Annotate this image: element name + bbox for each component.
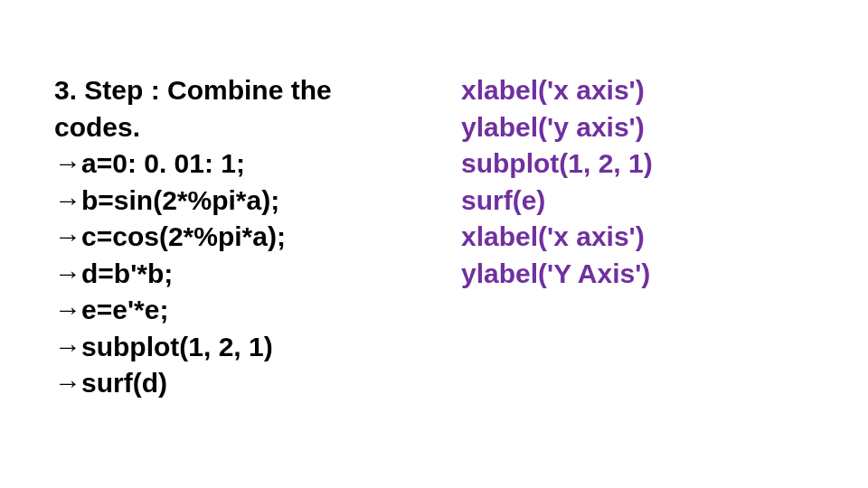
columns: 3. Step : Combine the codes. →a=0: 0. 01… (54, 72, 814, 402)
step-heading: 3. Step : Combine the codes. (54, 72, 398, 145)
code-line: ylabel('Y Axis') (461, 256, 653, 293)
left-column: 3. Step : Combine the codes. →a=0: 0. 01… (54, 72, 398, 402)
code-line: →surf(d) (54, 365, 398, 402)
code-line: →e=e'*e; (54, 292, 398, 329)
code-line: subplot(1, 2, 1) (461, 145, 653, 183)
code-line: →b=sin(2*%pi*a); (54, 183, 398, 220)
code-line: xlabel('x axis') (461, 72, 653, 109)
right-column: xlabel('x axis') ylabel('y axis') subplo… (461, 72, 653, 402)
slide: 3. Step : Combine the codes. →a=0: 0. 01… (0, 0, 868, 488)
code-line: →subplot(1, 2, 1) (54, 329, 398, 366)
code-line: ylabel('y axis') (461, 109, 653, 146)
code-line: →d=b'*b; (54, 256, 398, 293)
code-line: surf(e) (461, 183, 653, 220)
code-line: xlabel('x axis') (461, 219, 653, 256)
code-line: →c=cos(2*%pi*a); (54, 219, 398, 256)
code-line: →a=0: 0. 01: 1; (54, 145, 398, 183)
